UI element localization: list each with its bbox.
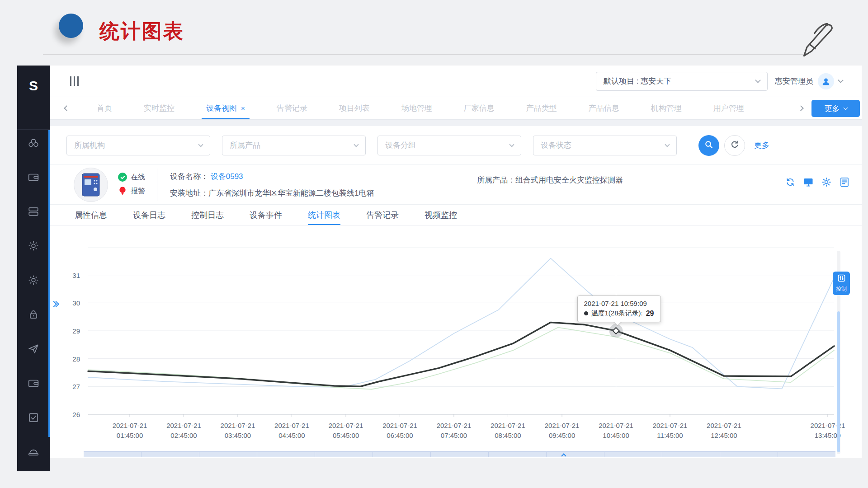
tooltip-series-label: 温度1(28条记录): bbox=[591, 309, 643, 318]
nav-tab-users[interactable]: 用户管理 bbox=[713, 97, 744, 119]
send-icon[interactable] bbox=[28, 343, 39, 355]
refresh-icon bbox=[730, 140, 740, 151]
tooltip-value: 29 bbox=[646, 310, 654, 318]
nav-tab-orgs[interactable]: 机构管理 bbox=[651, 97, 682, 119]
device-name-label: 设备名称： bbox=[170, 172, 208, 181]
divider bbox=[157, 169, 157, 201]
nav-tab-home[interactable]: 首页 bbox=[97, 97, 112, 119]
app-logo[interactable]: S bbox=[17, 66, 50, 130]
helmet-icon[interactable] bbox=[28, 446, 39, 458]
device-address-label: 安装地址： bbox=[170, 189, 208, 197]
series-dot-icon bbox=[584, 311, 588, 315]
svg-text:2021-07-21: 2021-07-21 bbox=[599, 422, 633, 429]
chevron-down-icon bbox=[755, 77, 761, 83]
tab-alarm-records[interactable]: 告警记录 bbox=[366, 205, 399, 225]
svg-text:06:45:00: 06:45:00 bbox=[387, 432, 413, 439]
chevron-down-icon bbox=[665, 142, 670, 147]
svg-text:2021-07-21: 2021-07-21 bbox=[491, 422, 525, 429]
chart-tooltip: 2021-07-21 10:59:09 温度1(28条记录): 29 bbox=[577, 296, 661, 322]
tab-device-events[interactable]: 设备事件 bbox=[250, 205, 282, 225]
refresh-button[interactable] bbox=[724, 135, 745, 156]
group-select[interactable]: 设备分组 bbox=[377, 136, 521, 155]
checkbox-icon[interactable] bbox=[28, 412, 39, 423]
sidebar: S bbox=[17, 66, 50, 471]
svg-text:28: 28 bbox=[72, 355, 80, 363]
wallet-icon[interactable] bbox=[28, 171, 39, 183]
tab-video-monitor[interactable]: 视频监控 bbox=[425, 205, 457, 225]
nav-tab-product-types[interactable]: 产品类型 bbox=[526, 97, 557, 119]
svg-text:12:45:00: 12:45:00 bbox=[711, 432, 737, 439]
tab-statistics-chart[interactable]: 统计图表 bbox=[308, 205, 340, 225]
search-button[interactable] bbox=[698, 135, 719, 156]
settings-gear-icon[interactable] bbox=[821, 177, 832, 188]
device-address-value: 广东省深圳市龙华区华宝新能源二楼包装线1电箱 bbox=[208, 189, 374, 197]
device-photo[interactable] bbox=[74, 168, 108, 202]
nav-tab-vendors[interactable]: 厂家信息 bbox=[464, 97, 495, 119]
nav-back-icon[interactable] bbox=[65, 106, 69, 110]
svg-text:02:45:00: 02:45:00 bbox=[170, 432, 197, 439]
control-sliders-icon bbox=[838, 274, 845, 284]
top-bar: 默认项目 : 惠安天下 惠安管理员 bbox=[50, 66, 862, 97]
pen-icon bbox=[800, 20, 839, 61]
lock-icon[interactable] bbox=[28, 309, 39, 320]
control-fab-button[interactable]: 控制 bbox=[833, 272, 850, 295]
svg-text:01:45:00: 01:45:00 bbox=[117, 432, 143, 439]
status-online: 在线 bbox=[118, 173, 145, 182]
gear-icon[interactable] bbox=[28, 240, 39, 252]
svg-text:2021-07-21: 2021-07-21 bbox=[545, 422, 580, 429]
nav-tab-product-info[interactable]: 产品信息 bbox=[589, 97, 619, 119]
device-address-row: 安装地址：广东省深圳市龙华区华宝新能源二楼包装线1电箱 bbox=[170, 188, 374, 198]
svg-text:10:45:00: 10:45:00 bbox=[603, 432, 629, 439]
product-select[interactable]: 所属产品 bbox=[222, 136, 366, 155]
sync-icon[interactable] bbox=[785, 177, 796, 188]
org-select[interactable]: 所属机构 bbox=[66, 136, 210, 155]
monitor-icon[interactable] bbox=[803, 177, 814, 188]
user-menu[interactable]: 惠安管理员 bbox=[775, 73, 843, 89]
more-button[interactable]: 更多 bbox=[811, 100, 860, 117]
device-summary: 在线 报警 设备名称： 设备0593 安装地址：广东省深圳市龙华区华宝新能源二楼… bbox=[50, 165, 862, 205]
svg-text:2021-07-21: 2021-07-21 bbox=[329, 422, 363, 429]
nav-tab-sites[interactable]: 场地管理 bbox=[401, 97, 432, 119]
svg-text:05:45:00: 05:45:00 bbox=[333, 432, 359, 439]
page-title: 统计图表 bbox=[99, 18, 184, 45]
collapse-menu-icon[interactable] bbox=[70, 76, 79, 86]
svg-text:26: 26 bbox=[72, 411, 80, 418]
nav-tab-projects[interactable]: 项目列表 bbox=[339, 97, 370, 119]
chart-scrollbar-thumb[interactable] bbox=[837, 311, 840, 452]
status-select[interactable]: 设备状态 bbox=[533, 136, 677, 155]
status-alarm: 报警 bbox=[118, 186, 145, 197]
datazoom-handle[interactable] bbox=[562, 451, 566, 460]
tab-control-log[interactable]: 控制日志 bbox=[191, 205, 224, 225]
username: 惠安管理员 bbox=[775, 76, 813, 86]
device-name-link[interactable]: 设备0593 bbox=[211, 172, 243, 181]
check-circle-icon bbox=[118, 173, 127, 182]
monitor-binoculars-icon[interactable] bbox=[28, 137, 39, 149]
datazoom-slider[interactable] bbox=[84, 451, 835, 457]
temperature-line-chart[interactable]: 2627282930312021-07-2101:45:002021-07-21… bbox=[50, 225, 862, 458]
svg-text:27: 27 bbox=[72, 383, 80, 390]
svg-text:2021-07-21: 2021-07-21 bbox=[653, 422, 688, 429]
project-select-value: 默认项目 : 惠安天下 bbox=[604, 76, 671, 86]
filter-more-link[interactable]: 更多 bbox=[754, 140, 769, 150]
close-icon[interactable]: × bbox=[241, 104, 245, 112]
gear-icon-2[interactable] bbox=[28, 274, 39, 286]
chevron-down-icon bbox=[354, 142, 359, 147]
project-select[interactable]: 默认项目 : 惠安天下 bbox=[596, 72, 768, 91]
filter-bar: 所属机构 所属产品 设备分组 设备状态 更多 bbox=[50, 126, 862, 165]
wallet-icon-2[interactable] bbox=[28, 377, 39, 389]
panel-expand-icon[interactable] bbox=[52, 302, 58, 306]
nav-tab-alarms[interactable]: 告警记录 bbox=[277, 97, 307, 119]
nav-tab-realtime[interactable]: 实时监控 bbox=[144, 97, 175, 119]
document-list-icon[interactable] bbox=[839, 177, 850, 188]
nav-forward-icon[interactable] bbox=[799, 106, 803, 110]
tab-device-log[interactable]: 设备日志 bbox=[133, 205, 165, 225]
tab-attributes[interactable]: 属性信息 bbox=[75, 205, 107, 225]
brand-dot bbox=[59, 14, 83, 38]
layers-icon[interactable] bbox=[28, 206, 39, 217]
svg-text:2021-07-21: 2021-07-21 bbox=[113, 422, 147, 429]
control-fab-label: 控制 bbox=[836, 285, 847, 293]
svg-text:09:45:00: 09:45:00 bbox=[549, 432, 575, 439]
nav-tab-device-view[interactable]: 设备视图 × bbox=[206, 97, 245, 119]
tooltip-time: 2021-07-21 10:59:09 bbox=[584, 300, 654, 307]
svg-text:31: 31 bbox=[72, 272, 80, 279]
